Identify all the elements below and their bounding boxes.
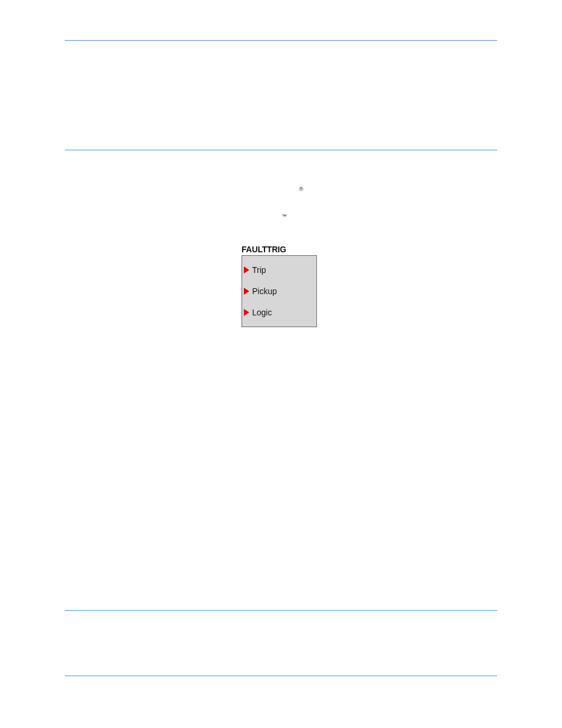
- fault-row-label: Trip: [252, 265, 266, 275]
- fault-row: Pickup: [242, 281, 316, 302]
- fault-row: Trip: [242, 259, 316, 281]
- divider-rule: [65, 40, 497, 41]
- triangle-icon: [244, 309, 249, 316]
- fault-row-label: Logic: [252, 308, 272, 317]
- divider-rule: [65, 676, 497, 676]
- registered-mark: ®: [299, 186, 303, 192]
- fault-trigger-block: FAULTTRIG Trip Pickup Logic: [242, 245, 317, 327]
- triangle-icon: [244, 266, 249, 274]
- fault-block-body: Trip Pickup Logic: [242, 255, 317, 327]
- divider-rule: [65, 610, 497, 611]
- fault-row-label: Pickup: [252, 286, 277, 296]
- fault-row: Logic: [242, 302, 316, 323]
- divider-rule: [65, 150, 497, 150]
- trademark-mark: ™: [282, 213, 287, 219]
- triangle-icon: [244, 288, 249, 295]
- fault-block-title: FAULTTRIG: [242, 245, 317, 254]
